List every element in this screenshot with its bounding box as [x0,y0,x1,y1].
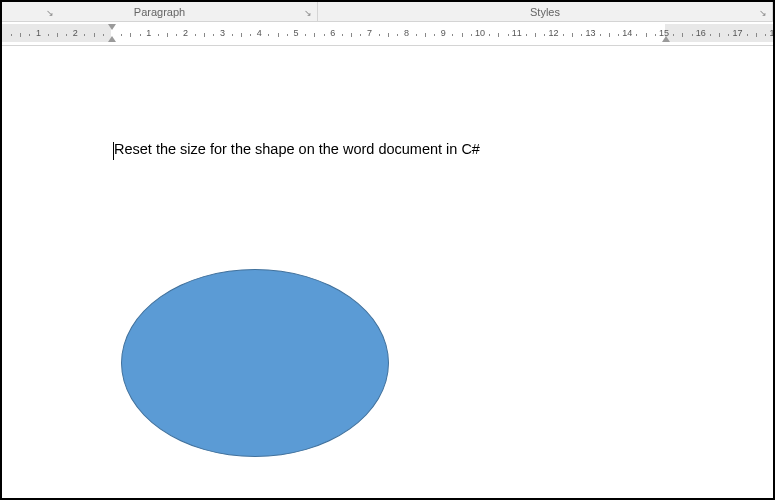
ruler-tick [498,33,499,37]
ruler-tick [121,34,122,36]
ribbon-group-row: ↘ Paragraph ↘ Styles ↘ [2,2,773,22]
ruler-tick [756,33,757,37]
ellipse-shape[interactable] [121,269,389,457]
ruler-tick [103,34,104,36]
ruler-number: 14 [622,28,632,38]
ruler-tick [305,34,306,36]
ruler-tick [379,34,380,36]
ruler-tick [425,33,426,37]
ribbon-group-label: Styles [530,6,560,18]
ruler-tick [158,34,159,36]
ruler-tick [471,34,472,36]
ruler-number: 7 [367,28,372,38]
ruler-tick [544,34,545,36]
ruler-tick [250,34,251,36]
ruler-tick [94,33,95,37]
right-indent-marker[interactable] [662,36,670,42]
ruler-tick [176,34,177,36]
ruler-tick [765,34,766,36]
ruler-tick [747,34,748,36]
ruler-tick [636,34,637,36]
ruler-tick [241,33,242,37]
ruler-number: 1 [36,28,41,38]
ruler-number: 16 [696,28,706,38]
ruler-number: 9 [441,28,446,38]
ribbon-group-styles: Styles ↘ [318,2,773,21]
ruler-tick [728,34,729,36]
ruler-tick [204,33,205,37]
ruler-tick [140,34,141,36]
ruler-tick [324,34,325,36]
text-cursor [113,142,114,160]
ruler-tick [710,34,711,36]
ruler-tick [195,34,196,36]
ruler-tick [66,34,67,36]
ruler-number: 2 [73,28,78,38]
ruler-tick [535,33,536,37]
ruler-tick [489,34,490,36]
ruler-tick [57,33,58,37]
ruler-tick [130,33,131,37]
horizontal-ruler[interactable]: 21123456789101112131415161718 [2,24,773,46]
ruler-tick [167,33,168,37]
ruler-number: 1 [146,28,151,38]
ruler-number: 8 [404,28,409,38]
ruler-tick [388,33,389,37]
ruler-tick [351,33,352,37]
ruler-tick [11,34,12,36]
ruler-tick [452,34,453,36]
ruler-tick [581,34,582,36]
ruler-number: 17 [733,28,743,38]
ruler-tick [618,34,619,36]
ruler-number: 4 [257,28,262,38]
ruler-tick [278,33,279,37]
ruler-tick [287,34,288,36]
ruler-tick [673,34,674,36]
document-body-text[interactable]: Reset the size for the shape on the word… [114,141,773,157]
ruler-number: 6 [330,28,335,38]
ruler-scale: 21123456789101112131415161718 [2,27,773,45]
ruler-number: 3 [220,28,225,38]
ruler-tick [655,34,656,36]
dialog-launcher-icon[interactable]: ↘ [44,7,56,19]
ruler-tick [84,34,85,36]
ruler-tick [314,33,315,37]
ruler-tick [29,34,30,36]
ruler-tick [434,34,435,36]
dialog-launcher-icon[interactable]: ↘ [757,7,769,19]
ruler-tick [563,34,564,36]
ruler-tick [397,34,398,36]
first-line-indent-marker[interactable] [108,24,116,30]
ruler-tick [462,33,463,37]
ruler-number: 10 [475,28,485,38]
ruler-tick [692,34,693,36]
ruler-tick [508,34,509,36]
ribbon-group-label: Paragraph [134,6,185,18]
hanging-indent-marker[interactable] [108,36,116,42]
ruler-tick [526,34,527,36]
ruler-tick [48,34,49,36]
ruler-tick [416,34,417,36]
ruler-number: 13 [585,28,595,38]
ruler-tick [342,34,343,36]
ruler-tick [719,33,720,37]
ruler-tick [268,34,269,36]
ruler-number: 18 [769,28,775,38]
ruler-tick [609,33,610,37]
ruler-tick [600,34,601,36]
ruler-tick [232,34,233,36]
document-page[interactable]: Reset the size for the shape on the word… [2,46,773,500]
ruler-number: 11 [512,28,522,38]
ruler-tick [646,33,647,37]
ruler-tick [572,33,573,37]
ruler-tick [682,33,683,37]
ruler-tick [360,34,361,36]
ruler-tick [213,34,214,36]
dialog-launcher-icon[interactable]: ↘ [302,7,314,19]
ruler-number: 12 [549,28,559,38]
ruler-tick [20,33,21,37]
ribbon-group-paragraph: ↘ Paragraph ↘ [2,2,318,21]
ruler-number: 2 [183,28,188,38]
ruler-number: 5 [293,28,298,38]
